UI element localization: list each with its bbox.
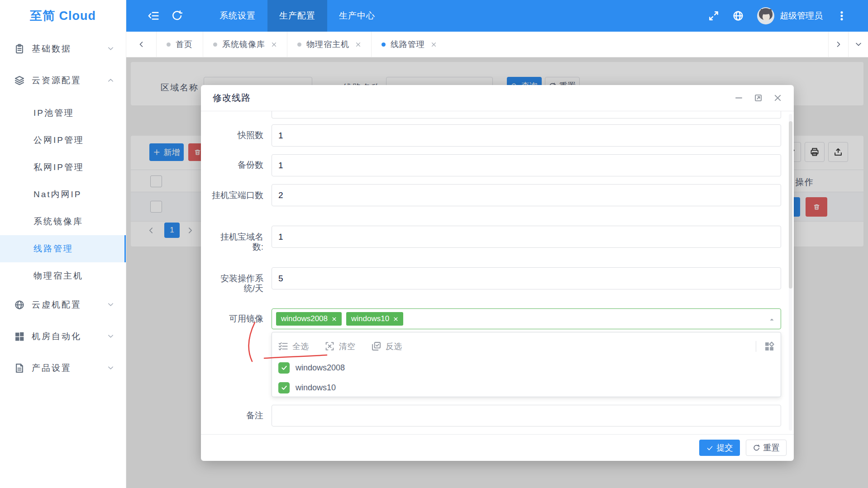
modal-header: 修改线路 — [201, 85, 794, 111]
hangup-port-count-input[interactable] — [272, 184, 781, 206]
more-options-icon[interactable] — [836, 10, 847, 21]
grid-view-icon[interactable] — [764, 341, 774, 351]
submit-button-label: 提交 — [717, 442, 733, 453]
close-tab-icon[interactable] — [431, 42, 437, 47]
sidebar-item-physical-host[interactable]: 物理宿主机 — [0, 262, 126, 289]
image-option-windows10[interactable]: windows10 — [272, 378, 781, 398]
globe-icon — [14, 300, 24, 310]
chevron-down-icon — [107, 301, 114, 308]
avatar — [757, 7, 774, 24]
available-images-select[interactable]: windows2008 windows10 — [272, 308, 781, 329]
sidebar-item-label: 基础数据 — [32, 43, 107, 55]
edit-line-modal: 修改线路 快照数 备份数 挂机宝端口数 挂机宝域名数: 安装操作系统/天 可用镜… — [201, 85, 794, 461]
layers-icon — [14, 76, 24, 85]
sidebar-item-private-ip[interactable]: 私网IP管理 — [0, 154, 126, 181]
submit-button[interactable]: 提交 — [699, 440, 740, 456]
sidebar-item-cloud-resource[interactable]: 云资源配置 — [0, 68, 126, 93]
maximize-icon[interactable] — [754, 94, 763, 102]
clear-selection-icon — [325, 341, 334, 351]
select-all-action[interactable]: 全选 — [278, 341, 309, 352]
tab-physical-host[interactable]: 物理宿主机 — [287, 32, 371, 57]
refresh-icon — [753, 445, 760, 451]
tab-home[interactable]: 首页 — [156, 32, 203, 57]
tabs-scroll-left-button[interactable] — [126, 32, 156, 57]
nav-item-label: 生产中心 — [339, 10, 375, 22]
invert-selection-icon — [372, 341, 381, 351]
tab-line-management[interactable]: 线路管理 — [371, 32, 447, 57]
sidebar-item-ip-pool[interactable]: IP池管理 — [0, 99, 126, 127]
tabs-scroll-right-button[interactable] — [828, 32, 848, 57]
sidebar-item-datacenter-automation[interactable]: 机房自动化 — [0, 324, 126, 349]
refresh-icon[interactable] — [172, 10, 182, 21]
collapse-sidebar-icon[interactable] — [148, 10, 159, 21]
language-globe-icon[interactable] — [733, 10, 744, 21]
close-tab-icon[interactable] — [355, 42, 361, 47]
sidebar-item-product-settings[interactable]: 产品设置 — [0, 355, 126, 380]
install-os-per-day-label: 安装操作系统/天 — [210, 274, 263, 294]
clear-action[interactable]: 清空 — [325, 341, 355, 352]
sidebar-item-public-ip[interactable]: 公网IP管理 — [0, 127, 126, 154]
note-label: 备注 — [210, 411, 263, 421]
sidebar-item-label: 机房自动化 — [32, 331, 107, 342]
tab-dot — [382, 43, 386, 47]
hangup-domain-count-input[interactable] — [272, 226, 781, 248]
modal-scrollbar-thumb[interactable] — [789, 121, 792, 289]
sidebar-item-nat-ip[interactable]: Nat内网IP — [0, 181, 126, 208]
navbar-menu: 系统设置 生产配置 生产中心 — [208, 0, 387, 32]
sidebar-item-label: 云虚机配置 — [32, 299, 107, 311]
sidebar-item-cloud-vm[interactable]: 云虚机配置 — [0, 292, 126, 317]
snapshot-count-input[interactable] — [272, 124, 781, 147]
tab-image-library[interactable]: 系统镜像库 — [203, 32, 287, 57]
clipboard-icon — [14, 44, 24, 54]
sidebar-item-image-library[interactable]: 系统镜像库 — [0, 208, 126, 235]
hangup-port-count-label: 挂机宝端口数 — [210, 190, 263, 200]
fullscreen-icon[interactable] — [708, 10, 719, 21]
backup-count-input[interactable] — [272, 154, 781, 176]
image-option-windows2008[interactable]: windows2008 — [272, 358, 781, 378]
chevron-left-icon — [138, 41, 145, 48]
close-tab-icon[interactable] — [271, 42, 277, 47]
tab-label: 线路管理 — [391, 39, 425, 50]
images-dropdown-panel: 全选 清空 反选 windows2008 — [272, 332, 781, 397]
modal-scrollbar-track — [789, 114, 792, 431]
tab-label: 首页 — [176, 39, 193, 50]
image-tag: windows2008 — [276, 312, 342, 326]
sidebar-item-line-management[interactable]: 线路管理 — [0, 235, 126, 262]
scrolled-field-fragment — [272, 111, 781, 118]
chevron-down-icon — [107, 45, 114, 52]
navbar-right-controls: 超级管理员 — [708, 7, 868, 24]
minimize-icon[interactable] — [734, 94, 743, 102]
remove-tag-icon[interactable] — [332, 317, 337, 322]
nav-item-system-settings[interactable]: 系统设置 — [208, 0, 267, 32]
backup-count-label: 备份数 — [210, 160, 263, 170]
nav-item-production-center[interactable]: 生产中心 — [327, 0, 387, 32]
image-tag-label: windows2008 — [281, 314, 328, 323]
check-icon — [706, 445, 713, 451]
modal-footer: 提交 重置 — [201, 434, 794, 461]
hangup-domain-count-label: 挂机宝域名数: — [210, 232, 263, 252]
divider — [756, 341, 756, 352]
user-name: 超级管理员 — [780, 10, 823, 22]
install-os-per-day-input[interactable] — [272, 267, 781, 289]
checked-checkbox-icon[interactable] — [278, 382, 290, 393]
sidebar-item-label: IP池管理 — [33, 107, 74, 119]
sidebar-item-base-data[interactable]: 基础数据 — [0, 36, 126, 61]
nav-item-label: 系统设置 — [219, 10, 256, 22]
checked-checkbox-icon[interactable] — [278, 362, 290, 374]
sidebar-item-label: 私网IP管理 — [33, 161, 84, 173]
remove-tag-icon[interactable] — [393, 317, 398, 322]
select-all-label: 全选 — [292, 341, 309, 352]
invert-selection-action[interactable]: 反选 — [372, 341, 402, 352]
user-menu[interactable]: 超级管理员 — [757, 7, 823, 24]
nav-item-production-config[interactable]: 生产配置 — [267, 0, 327, 32]
form-reset-button[interactable]: 重置 — [746, 440, 787, 456]
modal-title: 修改线路 — [213, 92, 251, 104]
invert-label: 反选 — [386, 341, 402, 352]
sidebar-submenu: IP池管理 公网IP管理 私网IP管理 Nat内网IP 系统镜像库 线路管理 物… — [0, 99, 126, 289]
tabs-menu-button[interactable] — [848, 32, 868, 57]
close-icon[interactable] — [773, 94, 782, 102]
sidebar-item-label: 产品设置 — [32, 362, 107, 374]
image-option-label: windows2008 — [296, 363, 345, 373]
note-input[interactable] — [272, 405, 781, 426]
dropdown-actions: 全选 清空 反选 — [272, 338, 402, 355]
